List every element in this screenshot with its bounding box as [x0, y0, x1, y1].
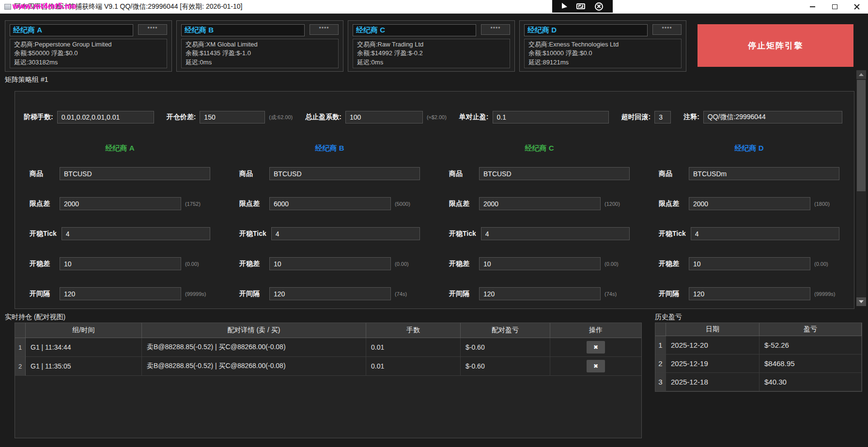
positions-table: 组/时间 配对详情 (卖 / 买) 手数 配对盈亏 操作 1 G1 | 11:3…: [15, 323, 642, 438]
stable-diff-note: (0.00): [604, 261, 630, 267]
row-number: 3: [655, 373, 666, 391]
column-c-header: 经纪商 C: [449, 144, 630, 155]
overlay-close-icon[interactable]: [595, 2, 603, 11]
maximize-button[interactable]: [823, 0, 846, 14]
symbol-label: 商品: [239, 170, 264, 178]
symbol-input-c[interactable]: [479, 167, 630, 180]
broker-d-balance: 余额:$10000 浮盈:$0.0: [528, 49, 677, 58]
header-date: 日期: [666, 323, 760, 336]
broker-c-password-mask[interactable]: ****: [481, 24, 510, 35]
open-spread-label: 开仓价差:: [167, 113, 196, 122]
broker-a-password-mask[interactable]: ****: [138, 24, 167, 35]
row-number: 2: [655, 355, 666, 373]
symbol-input-a[interactable]: [60, 167, 210, 180]
open-interval-label: 开间隔: [30, 290, 55, 298]
stable-tick-input-c[interactable]: [481, 227, 630, 240]
stop-matrix-engine-button[interactable]: 停止矩阵引擎: [698, 24, 853, 67]
window-controls: [801, 0, 868, 14]
symbol-input-b[interactable]: [269, 167, 420, 180]
stable-diff-label: 开稳差: [239, 260, 264, 268]
broker-a-dealer: 交易商:Pepperstone Group Limited: [14, 40, 163, 49]
broker-b-name-input[interactable]: [181, 24, 305, 36]
app-icon: [4, 4, 11, 10]
stable-diff-input-a[interactable]: [60, 257, 181, 270]
title-bar: 阿布四平台价差计算捕获终端 V9.1 QQ/微信:29996044 [有效期: …: [0, 0, 868, 14]
pair-tp-input[interactable]: [493, 111, 609, 123]
open-interval-input-d[interactable]: [689, 287, 810, 300]
stable-diff-note: (0.00): [185, 261, 210, 267]
ladder-lots-label: 阶梯手数:: [24, 113, 53, 122]
broker-d-password-mask[interactable]: ****: [652, 24, 682, 35]
pnl-cell: $-0.60: [461, 338, 550, 357]
max-spread-input-d[interactable]: [689, 197, 810, 210]
history-row: 3 2025-12-18 $40.30: [655, 373, 862, 391]
open-interval-input-b[interactable]: [269, 287, 391, 300]
action-cell: ✖: [550, 338, 641, 357]
history-title: 历史盈亏: [655, 313, 682, 322]
comment-label: 注释:: [683, 113, 699, 122]
broker-b-latency: 延迟:0ms: [186, 58, 334, 67]
stable-diff-input-d[interactable]: [689, 257, 810, 270]
open-interval-note: (99999s): [814, 291, 839, 297]
broker-d-latency: 延迟:89121ms: [528, 58, 677, 67]
strategy-scrollbar[interactable]: [856, 70, 866, 306]
close-button[interactable]: [846, 0, 868, 14]
broker-d-info: 交易商:Exness Technologies Ltd 余额:$10000 浮盈…: [524, 39, 682, 68]
comment-input[interactable]: [703, 111, 842, 123]
strategy-settings-row: 阶梯手数: 开仓价差: (成:62.00) 总止盈系数: (≈$2.00) 单对…: [15, 111, 854, 123]
display-resize-icon[interactable]: [576, 3, 585, 9]
max-spread-input-b[interactable]: [269, 197, 391, 210]
stable-diff-input-b[interactable]: [269, 257, 391, 270]
broker-c-name-input[interactable]: [353, 24, 476, 36]
open-interval-note: (74s): [604, 291, 630, 297]
pnl-cell: $-0.60: [461, 357, 550, 376]
stable-tick-input-d[interactable]: [691, 227, 839, 240]
broker-c-dealer: 交易商:Raw Trading Ltd: [357, 40, 506, 49]
broker-c-info: 交易商:Raw Trading Ltd 余额:$14992 浮盈:$-0.2 延…: [353, 39, 510, 68]
total-tp-factor-input[interactable]: [345, 111, 423, 123]
open-spread-input[interactable]: [200, 111, 265, 123]
screen-share-overlay: [552, 0, 613, 13]
max-spread-input-c[interactable]: [479, 197, 601, 210]
scroll-up-icon[interactable]: [856, 70, 866, 79]
stable-tick-input-b[interactable]: [271, 227, 420, 240]
history-table: 日期 盈亏 1 2025-12-20 $-52.26 2 2025-12-19 …: [655, 323, 862, 392]
stable-diff-label: 开稳差: [449, 260, 474, 268]
timeout-rollback-input[interactable]: [654, 111, 671, 123]
scrollbar-thumb[interactable]: [857, 80, 866, 191]
group-time-cell: G1 | 11:34:44: [26, 338, 142, 357]
pnl-cell: $40.30: [760, 373, 862, 391]
open-interval-label: 开间隔: [449, 290, 474, 298]
stable-tick-input-a[interactable]: [62, 227, 210, 240]
date-cell: 2025-12-19: [666, 355, 760, 373]
close-position-button[interactable]: ✖: [587, 360, 605, 372]
open-interval-note: (99999s): [185, 291, 210, 297]
broker-d-name-input[interactable]: [524, 24, 648, 36]
share-play-icon[interactable]: [562, 3, 567, 10]
total-tp-factor-label: 总止盈系数:: [305, 113, 341, 122]
row-number: 1: [15, 338, 26, 357]
position-row: 2 G1 | 11:35:05 卖B@88288.85(-0.52) | 买C@…: [15, 357, 641, 376]
open-interval-input-a[interactable]: [60, 287, 181, 300]
stable-diff-label: 开稳差: [30, 260, 55, 268]
column-broker-b: 经纪商 B 商品 限点差(5000) 开稳Tick 开稳差(0.00) 开间隔(…: [225, 144, 434, 317]
broker-b-password-mask[interactable]: ****: [310, 24, 339, 35]
ladder-lots-input[interactable]: [57, 111, 154, 123]
symbol-input-d[interactable]: [689, 167, 839, 180]
broker-a-name-input[interactable]: [10, 24, 133, 36]
close-position-button[interactable]: ✖: [587, 341, 605, 354]
action-cell: ✖: [550, 357, 641, 376]
minimize-button[interactable]: [801, 0, 823, 14]
broker-panel-b: **** 交易商:XM Global Limited 余额:$11435 浮盈:…: [176, 20, 343, 72]
open-interval-input-c[interactable]: [479, 287, 601, 300]
pair-tp-label: 单对止盈:: [459, 113, 489, 122]
maximize-icon: [832, 4, 837, 9]
stable-tick-label: 开稳Tick: [239, 230, 266, 238]
broker-c-latency: 延迟:0ms: [357, 58, 506, 67]
close-icon: [854, 4, 860, 10]
broker-panel-c: **** 交易商:Raw Trading Ltd 余额:$14992 浮盈:$-…: [348, 20, 515, 72]
scroll-down-icon[interactable]: [856, 297, 866, 306]
history-header-row: 日期 盈亏: [655, 323, 862, 336]
stable-diff-input-c[interactable]: [479, 257, 601, 270]
max-spread-input-a[interactable]: [60, 197, 181, 210]
